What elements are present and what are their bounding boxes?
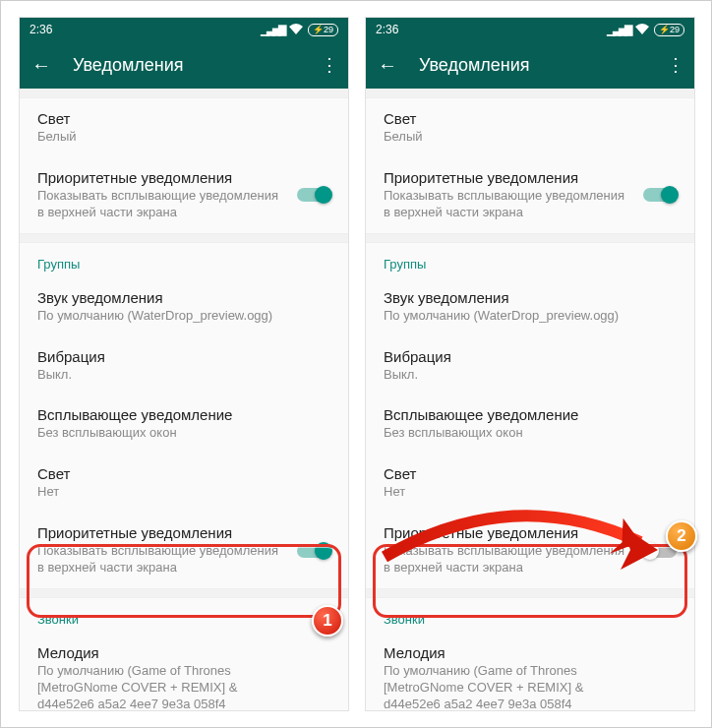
phone-screenshot-left: 2:36 ▁▃▅▇ ⚡29 ← Уведомления ⋮ Свет Белый: [19, 17, 349, 711]
section-calls: Звонки: [20, 598, 348, 633]
section-calls: Звонки: [366, 598, 694, 633]
appbar-title: Уведомления: [73, 55, 321, 76]
annotation-marker-2: 2: [666, 520, 697, 552]
back-arrow-icon[interactable]: ←: [31, 54, 55, 77]
signal-icon: ▁▃▅▇: [607, 24, 630, 36]
setting-group-priority[interactable]: Приоритетные уведомления Показывать вспл…: [20, 513, 348, 588]
group-priority-toggle-on[interactable]: [297, 544, 330, 558]
signal-icon: ▁▃▅▇: [261, 24, 284, 36]
phone-screenshot-right: 2:36 ▁▃▅▇ ⚡29 ← Уведомления ⋮ Свет Белый: [365, 17, 695, 711]
setting-group-sound[interactable]: Звук уведомления По умолчанию (WaterDrop…: [20, 277, 348, 336]
setting-light[interactable]: Свет Белый: [366, 98, 694, 157]
setting-group-popup[interactable]: Всплывающее уведомление Без всплывающих …: [20, 394, 348, 454]
status-bar: 2:36 ▁▃▅▇ ⚡29: [20, 18, 348, 41]
priority-toggle-on[interactable]: [297, 188, 330, 202]
setting-group-popup[interactable]: Всплывающее уведомление Без всплывающих …: [366, 394, 694, 454]
priority-toggle-on[interactable]: [643, 188, 677, 202]
app-bar: ← Уведомления ⋮: [366, 41, 694, 89]
setting-calls-melody[interactable]: Мелодия По умолчанию (Game of Thrones [M…: [366, 633, 694, 711]
annotation-marker-1: 1: [312, 605, 343, 637]
setting-priority-top[interactable]: Приоритетные уведомления Показывать вспл…: [366, 157, 694, 233]
setting-group-sound[interactable]: Звук уведомления По умолчанию (WaterDrop…: [366, 277, 694, 336]
app-bar: ← Уведомления ⋮: [20, 41, 348, 89]
wifi-icon: [289, 24, 303, 36]
setting-group-light[interactable]: Свет Нет: [20, 454, 348, 513]
setting-group-priority[interactable]: Приоритетные уведомления Показывать вспл…: [366, 513, 694, 588]
setting-group-vibration[interactable]: Вибрация Выкл.: [366, 336, 694, 395]
appbar-title: Уведомления: [419, 55, 667, 76]
battery-icon: ⚡29: [654, 24, 684, 36]
wifi-icon: [635, 24, 649, 36]
status-bar: 2:36 ▁▃▅▇ ⚡29: [366, 18, 694, 41]
section-groups: Группы: [366, 243, 694, 277]
back-arrow-icon[interactable]: ←: [378, 54, 401, 77]
section-groups: Группы: [20, 243, 348, 277]
setting-priority-top[interactable]: Приоритетные уведомления Показывать вспл…: [20, 157, 348, 233]
status-time: 2:36: [30, 23, 52, 36]
setting-group-vibration[interactable]: Вибрация Выкл.: [20, 336, 348, 395]
setting-light[interactable]: Свет Белый: [20, 98, 348, 157]
more-icon[interactable]: ⋮: [321, 54, 336, 76]
setting-group-light[interactable]: Свет Нет: [366, 454, 694, 513]
setting-calls-melody[interactable]: Мелодия По умолчанию (Game of Thrones [M…: [20, 633, 348, 711]
status-time: 2:36: [376, 23, 398, 36]
more-icon[interactable]: ⋮: [667, 54, 682, 76]
battery-icon: ⚡29: [308, 24, 338, 36]
